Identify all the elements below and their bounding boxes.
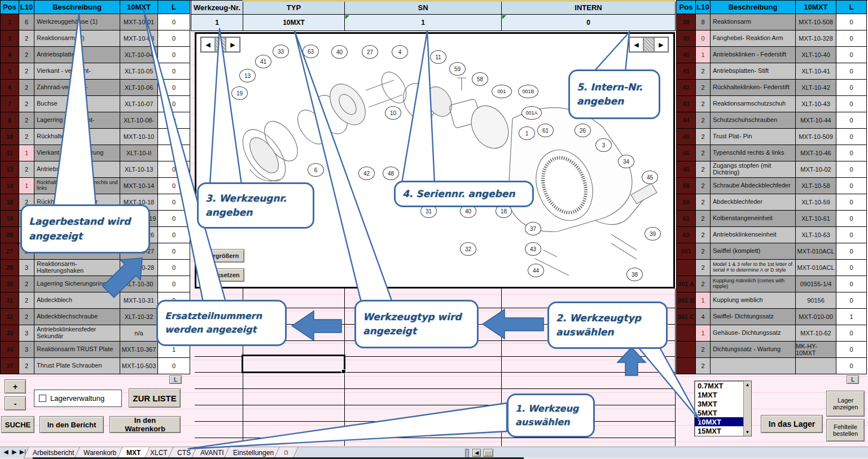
pos-cell[interactable]: [677, 342, 696, 358]
pos-cell[interactable]: 4: [1, 47, 19, 63]
pos-cell[interactable]: 40: [677, 47, 696, 63]
description-cell[interactable]: Antriebsplattenstift: [34, 161, 120, 178]
stock-cell[interactable]: 0: [158, 276, 190, 292]
part-number-cell[interactable]: XLT-10-63: [796, 227, 836, 243]
lagerverwaltung-checkbox[interactable]: [39, 395, 46, 402]
in-den-bericht-button[interactable]: In den Bericht: [40, 416, 104, 433]
suche-button[interactable]: SUCHE: [1, 416, 34, 433]
l10-cell[interactable]: 2: [696, 194, 711, 211]
description-cell[interactable]: Trust Plat- Pin: [711, 129, 796, 145]
pos-cell[interactable]: 41: [677, 63, 696, 80]
pos-cell[interactable]: 3: [1, 30, 19, 47]
pos-cell[interactable]: [677, 358, 696, 374]
pos-cell[interactable]: 14: [1, 178, 19, 194]
cell-typ-value[interactable]: 10MXT: [243, 14, 345, 31]
description-cell[interactable]: Abdeckblechschraube: [34, 309, 120, 325]
l10-cell[interactable]: 3: [19, 260, 34, 276]
pos-cell[interactable]: 39: [677, 30, 696, 47]
stock-cell[interactable]: 0: [836, 14, 867, 30]
pos-cell[interactable]: 1: [1, 14, 19, 30]
part-number-cell[interactable]: XLT-10-II: [120, 145, 158, 161]
part-number-cell[interactable]: 090155-1/4: [796, 276, 836, 292]
l10-cell[interactable]: 2: [696, 227, 711, 243]
listbox-item-0.7mxt[interactable]: 0.7MXT: [695, 381, 743, 390]
part-number-cell[interactable]: XLT-10-05: [120, 63, 158, 80]
description-cell[interactable]: Schraube Abdeckblechfeder: [711, 178, 796, 194]
pos-cell[interactable]: 001 B: [677, 292, 696, 309]
part-number-cell[interactable]: MXT-010ACL: [796, 243, 836, 260]
cell-sn-value[interactable]: 1: [344, 14, 502, 31]
pos-cell[interactable]: 34: [1, 342, 19, 358]
l10-cell[interactable]: 2: [19, 96, 34, 112]
pos-cell[interactable]: 33: [1, 325, 19, 342]
stock-cell[interactable]: 0: [158, 227, 190, 243]
plus-button[interactable]: +: [5, 379, 26, 394]
part-number-cell[interactable]: XLT-10-04: [120, 47, 158, 63]
part-number-cell[interactable]: MXT-10-03: [120, 30, 158, 47]
stock-cell[interactable]: 0: [836, 243, 867, 260]
part-number-cell[interactable]: XLT-10-43: [796, 96, 836, 112]
l10-cell[interactable]: 2: [696, 178, 711, 194]
cell-werkzeugnr-value[interactable]: 1: [191, 14, 243, 31]
stock-cell[interactable]: 0: [836, 145, 867, 161]
description-cell[interactable]: Zugangs stopfen (mit Dichtring): [711, 161, 796, 178]
description-cell[interactable]: Zahnrad-verzahnt-: [34, 80, 120, 96]
reset-button[interactable]: Rücksetzen: [200, 268, 244, 282]
pos-cell[interactable]: 31: [1, 292, 19, 309]
part-number-cell[interactable]: MK-HY-10MXT: [796, 342, 836, 358]
pager-thumb[interactable]: [215, 37, 226, 52]
l10-cell[interactable]: 3: [19, 325, 34, 342]
stock-cell[interactable]: 0: [836, 342, 867, 358]
l10-cell[interactable]: 2: [696, 63, 711, 80]
pos-cell[interactable]: 19: [1, 211, 19, 227]
description-cell[interactable]: Kolbenstangeneinheit: [711, 211, 796, 227]
description-cell[interactable]: Abdeckblechfeder: [711, 194, 796, 211]
description-cell[interactable]: Gehäuse- Dichtungssatz: [711, 325, 796, 342]
pos-cell[interactable]: 38: [677, 14, 696, 30]
stock-cell[interactable]: 0: [158, 80, 190, 96]
part-number-cell[interactable]: XLT-10-13: [120, 161, 158, 178]
listbox-item-1mxt[interactable]: 1MXT: [695, 390, 743, 399]
stock-cell[interactable]: 0: [158, 14, 190, 30]
part-number-cell[interactable]: XLT-10-08-: [120, 112, 158, 129]
l10-cell[interactable]: 2: [19, 129, 34, 145]
cell-intern-value[interactable]: 0: [501, 14, 676, 31]
description-cell[interactable]: Kupplung männlich (comes with nipple): [711, 276, 796, 292]
stock-cell[interactable]: 0: [836, 30, 867, 47]
stock-cell[interactable]: 0: [836, 161, 867, 178]
pos-cell[interactable]: 32: [1, 309, 19, 325]
listbox-item-10mxt[interactable]: 10MXT: [695, 417, 743, 426]
l10-cell[interactable]: 1: [19, 178, 34, 194]
stock-cell[interactable]: 0: [836, 211, 867, 227]
description-cell[interactable]: [711, 358, 796, 374]
l10-cell[interactable]: 2: [19, 276, 34, 292]
pos-cell[interactable]: [677, 325, 696, 342]
stock-cell[interactable]: 0: [836, 47, 867, 63]
l10-cell[interactable]: 0: [696, 30, 711, 47]
part-number-cell[interactable]: XLT-10-59: [796, 194, 836, 211]
stock-cell[interactable]: 0: [836, 276, 867, 292]
hscroll-thumb[interactable]: ||||: [483, 449, 493, 457]
l10-cell[interactable]: 8: [696, 14, 711, 30]
part-number-cell[interactable]: MXT-10-14: [120, 178, 158, 194]
l10-cell[interactable]: 3: [19, 342, 34, 358]
pos-cell[interactable]: 46: [677, 145, 696, 161]
description-cell[interactable]: Antriebsplatten- Stift: [711, 63, 796, 80]
part-number-cell[interactable]: MXT-10-62: [796, 325, 836, 342]
description-cell[interactable]: Swiffel (komplett): [711, 243, 796, 260]
fehlteile-bestellen-button[interactable]: Fehlteile bestellen: [826, 419, 865, 441]
description-cell[interactable]: Antriebsklinkensfeder Sekundär: [34, 325, 120, 342]
pos-cell[interactable]: 26: [1, 227, 19, 243]
insert-sheet-tab[interactable]: 🗋: [274, 447, 299, 458]
l-button-left[interactable]: L: [169, 375, 182, 384]
description-cell[interactable]: Reaktionsarm: [711, 14, 796, 30]
part-number-cell[interactable]: MXT-10-508: [796, 14, 836, 30]
pos-cell[interactable]: 30: [1, 276, 19, 292]
description-cell[interactable]: Werkzeuggehäuse (1): [34, 14, 120, 30]
pos-cell[interactable]: 001: [677, 243, 696, 260]
tab-splitter[interactable]: [465, 449, 469, 458]
stock-cell[interactable]: 0: [158, 63, 190, 80]
stock-cell[interactable]: 0: [158, 145, 190, 161]
stock-cell[interactable]: 0: [836, 358, 867, 374]
l10-cell[interactable]: 1: [696, 325, 711, 342]
